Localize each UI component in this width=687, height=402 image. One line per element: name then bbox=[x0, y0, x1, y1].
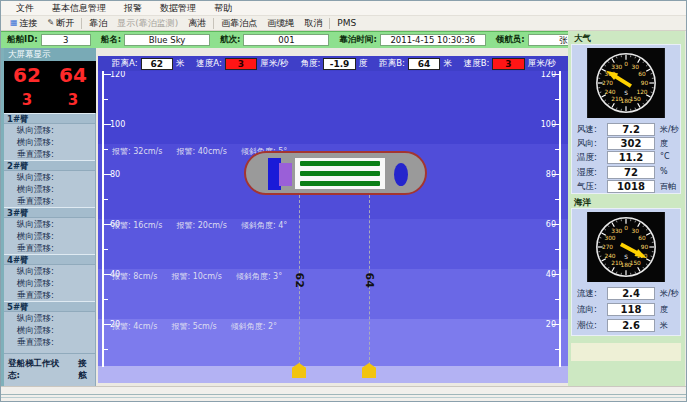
drift-group-header-1: 2#臂 bbox=[4, 160, 95, 171]
toolbar-button-label: PMS bbox=[337, 17, 356, 30]
ocean-row-value[interactable]: 2.6 bbox=[607, 319, 655, 332]
databar-value-1: 3 bbox=[225, 58, 257, 70]
compass-number: 30 bbox=[632, 228, 640, 234]
compass-number: 60 bbox=[638, 235, 646, 241]
scale-label-right: 20 bbox=[532, 321, 556, 329]
ship-info-value[interactable]: 001 bbox=[243, 34, 329, 46]
menu-item-1[interactable]: 基本信息管理 bbox=[43, 1, 115, 15]
drift-item: 纵向漂移: bbox=[4, 312, 95, 324]
drift-group-header-2: 3#臂 bbox=[4, 207, 95, 218]
toolbar-button-label: 离港 bbox=[188, 17, 206, 30]
drift-item: 垂直漂移: bbox=[4, 195, 95, 207]
drift-group-header-3: 4#臂 bbox=[4, 254, 95, 265]
compass-number: 330 bbox=[611, 228, 622, 234]
scale-label-right: 120 bbox=[532, 71, 556, 79]
weather-row-value[interactable]: 72 bbox=[607, 166, 655, 179]
toolbar-button-8[interactable]: PMS bbox=[332, 17, 361, 30]
compass-number: 120 bbox=[636, 89, 647, 95]
menu-item-0[interactable]: 文件 bbox=[7, 1, 43, 15]
databar-unit-4: 厘米/秒 bbox=[528, 58, 556, 70]
drift-item: 垂直漂移: bbox=[4, 242, 95, 254]
toolbar-separator bbox=[81, 18, 82, 29]
toolbar-button-3: 显示(靠泊监测) bbox=[112, 17, 183, 30]
databar-unit-0: 米 bbox=[176, 58, 185, 70]
alarm-zone-label-3: 报警: 4cm/s报警: 5cm/s倾斜角度: 2° bbox=[112, 321, 291, 332]
ocean-row-unit: 米/秒 bbox=[660, 288, 679, 299]
scale-tick bbox=[104, 99, 108, 100]
databar-unit-3: 米 bbox=[443, 58, 452, 70]
toolbar-button-0[interactable]: ▦连接 bbox=[5, 17, 43, 30]
toolbar-button-2[interactable]: 靠泊 bbox=[84, 17, 112, 30]
toolbar-button-label: 断开 bbox=[56, 17, 74, 30]
databar-label-1: 速度A: bbox=[196, 58, 222, 70]
cargo-stripe bbox=[300, 181, 380, 186]
toolbar-button-6[interactable]: 画缆绳 bbox=[262, 17, 299, 30]
databar-label-0: 距离A: bbox=[112, 58, 138, 70]
weather-row-label: 风向: bbox=[577, 138, 597, 150]
weather-row-value[interactable]: 302 bbox=[607, 137, 655, 150]
alarm-speed-b: 报警: 5cm/s bbox=[171, 322, 216, 331]
toolbar-button-4[interactable]: 离港 bbox=[183, 17, 211, 30]
plot-zone-band-5 bbox=[98, 366, 568, 383]
scale-label-left: 120 bbox=[110, 71, 125, 79]
ship-info-value[interactable]: 2011-4-15 10:30:36 bbox=[380, 34, 486, 46]
gangway-status-value: 接舷 bbox=[78, 358, 95, 382]
weather-row-0: 风速:7.2米/秒 bbox=[572, 123, 682, 136]
menu-item-2[interactable]: 报警 bbox=[115, 1, 151, 15]
compass-number: 30 bbox=[632, 64, 640, 70]
drift-sidebar: 1#臂纵向漂移:横向漂移:垂直漂移:2#臂纵向漂移:横向漂移:垂直漂移:3#臂纵… bbox=[4, 113, 96, 386]
cargo-stripe bbox=[300, 161, 380, 166]
drift-item: 纵向漂移: bbox=[4, 124, 95, 136]
toolbar-button-label: 画缆绳 bbox=[267, 17, 294, 30]
weather-row-value[interactable]: 11.2 bbox=[607, 151, 655, 164]
display-distance-a: 62 bbox=[13, 63, 41, 87]
databar-label-3: 距离B: bbox=[379, 58, 405, 70]
scale-tick bbox=[555, 249, 559, 250]
scale-ruler-left bbox=[102, 71, 104, 367]
weather-row-value[interactable]: 1018 bbox=[607, 180, 655, 193]
toolbar-button-1[interactable]: ✎断开 bbox=[43, 17, 80, 30]
toolbar: ▦连接✎断开靠泊显示(靠泊监测)离港画靠泊点画缆绳取消PMS bbox=[1, 16, 687, 31]
drift-item: 横向漂移: bbox=[4, 183, 95, 195]
menu-item-3[interactable]: 数据管理 bbox=[151, 1, 205, 15]
toolbar-button-label: 靠泊 bbox=[89, 17, 107, 30]
cargo-stripe bbox=[300, 171, 380, 176]
weather-panel: 0306090120150180210240270300330S 风速:7.2米… bbox=[571, 44, 681, 194]
weather-row-3: 湿度:72% bbox=[572, 166, 682, 179]
ship-info-field-2: 航次:001 bbox=[220, 34, 329, 46]
ship-info-value[interactable]: 3 bbox=[41, 34, 91, 46]
toolbar-separator bbox=[213, 18, 214, 29]
toolbar-button-5[interactable]: 画靠泊点 bbox=[216, 17, 262, 30]
ship-info-value[interactable]: Blue Sky bbox=[124, 34, 210, 46]
ocean-row-value[interactable]: 118 bbox=[607, 303, 655, 316]
databar-value-0: 62 bbox=[141, 58, 173, 70]
gangway-status-label: 登船梯工作状态: bbox=[8, 358, 70, 382]
ocean-row-2: 潮位:2.6米 bbox=[572, 319, 682, 332]
ship-graphic[interactable] bbox=[244, 151, 427, 195]
ship-info-field-0: 船舶ID:3 bbox=[7, 34, 91, 46]
weather-row-unit: 米/秒 bbox=[660, 124, 679, 135]
weather-row-unit: °C bbox=[660, 152, 670, 161]
compass-number: 300 bbox=[604, 235, 615, 241]
ocean-row-value[interactable]: 2.4 bbox=[607, 287, 655, 300]
plot-zone-band-0 bbox=[98, 71, 568, 144]
compass-number: 60 bbox=[638, 71, 646, 77]
wind-direction-gauge: 0306090120150180210240270300330S bbox=[586, 48, 666, 118]
scale-label-right: 80 bbox=[532, 171, 556, 179]
databar-label-2: 角度: bbox=[301, 58, 321, 70]
databar-unit-2: 度 bbox=[359, 58, 368, 70]
scale-tick bbox=[104, 199, 108, 200]
toolbar-button-7[interactable]: 取消 bbox=[299, 17, 327, 30]
toolbar-button-label: 取消 bbox=[304, 17, 322, 30]
gangway-status-row: 登船梯工作状态: 接舷 bbox=[4, 353, 95, 382]
scale-tick bbox=[555, 299, 559, 300]
alarm-speed-b: 报警: 20cm/s bbox=[176, 221, 226, 230]
menu-item-4[interactable]: 帮助 bbox=[205, 1, 241, 15]
scale-tick bbox=[555, 149, 559, 150]
weather-row-value[interactable]: 7.2 bbox=[607, 123, 655, 136]
current-direction-gauge: 0306090120150180210240270300330S bbox=[586, 212, 666, 282]
weather-row-1: 风向:302度 bbox=[572, 137, 682, 150]
drift-item: 横向漂移: bbox=[4, 324, 95, 336]
ship-info-label: 船名: bbox=[101, 34, 121, 46]
compass-number: 210 bbox=[611, 260, 622, 266]
